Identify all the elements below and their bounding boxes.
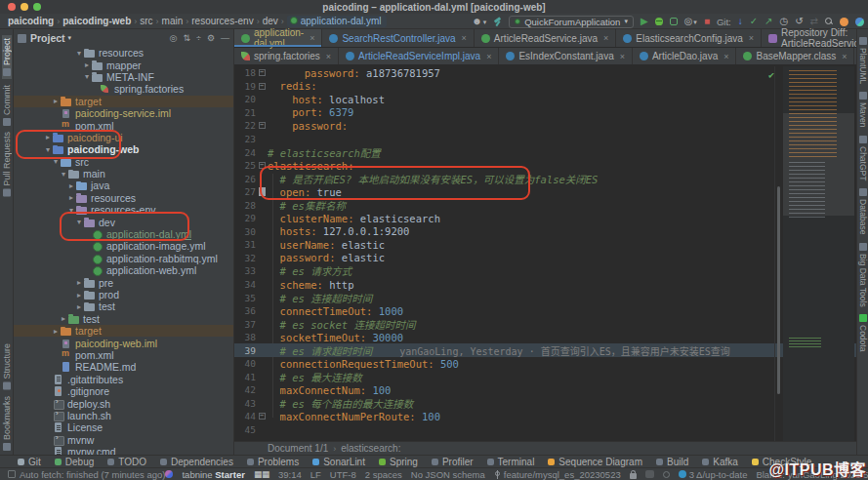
editor-line-38[interactable]: 38socketTimeOut: 30000 bbox=[234, 331, 856, 344]
search-everywhere-button[interactable] bbox=[825, 18, 833, 25]
tree-toggle-icon[interactable]: ▾ bbox=[82, 72, 92, 81]
breadcrumb-current-file[interactable]: application-dal.yml bbox=[287, 16, 387, 27]
tree-item-application-image-yml[interactable]: application-image.yml bbox=[14, 240, 233, 252]
tree-item-src[interactable]: ▾src bbox=[14, 156, 233, 168]
code-minimap[interactable] bbox=[783, 66, 854, 441]
lock-icon[interactable] bbox=[630, 473, 637, 479]
editor-line-45[interactable]: 45 bbox=[234, 423, 856, 437]
expand-all-icon[interactable]: ⇅ bbox=[183, 33, 190, 43]
tree-item--gitattributes[interactable]: .gitattributes bbox=[14, 374, 233, 385]
tree-item-prod[interactable]: ▸prod bbox=[14, 289, 233, 300]
rollback-button[interactable]: ↺ bbox=[795, 17, 803, 26]
run-button[interactable]: ▶ bbox=[641, 17, 648, 26]
tree-item-readme-md[interactable]: README.md bbox=[14, 361, 233, 373]
toolwindow-todo[interactable]: TODO bbox=[107, 457, 146, 467]
tree-item-target[interactable]: ▸target bbox=[14, 96, 233, 107]
hide-panel-icon[interactable]: — bbox=[221, 33, 229, 43]
tabnine-status-icon[interactable] bbox=[165, 470, 173, 478]
tool-button-chatgpt[interactable]: ChatGPT bbox=[858, 136, 868, 180]
toolwindow-spring[interactable]: Spring bbox=[379, 457, 418, 467]
git-push-button[interactable]: ↗ bbox=[765, 17, 772, 26]
tree-item-application-web-yml[interactable]: application-web.yml bbox=[14, 264, 233, 276]
tool-button-big-data-tools[interactable]: Big Data Tools bbox=[858, 243, 868, 307]
git-update-button[interactable]: ↓ bbox=[738, 17, 743, 26]
editor-line-43[interactable]: 43# es 每个路由的最大连接数 bbox=[234, 397, 856, 411]
editor-line-35[interactable]: 35# es 连接超时时间 bbox=[234, 291, 856, 304]
status-segment[interactable]: 39:14 bbox=[278, 469, 302, 480]
close-tab-icon[interactable]: × bbox=[310, 33, 314, 43]
toolwindow-profiler[interactable]: Profiler bbox=[432, 457, 474, 467]
editor-tab[interactable]: SearchRestController.java× bbox=[322, 29, 474, 47]
coverage-button[interactable] bbox=[670, 18, 678, 25]
editor-tab[interactable]: ArticleReadService.java× bbox=[475, 29, 616, 47]
editor-line-25[interactable]: 25−elasticsearch: bbox=[234, 159, 856, 173]
close-tab-icon[interactable]: × bbox=[462, 33, 467, 43]
collapse-all-icon[interactable]: ÷ bbox=[196, 33, 201, 43]
tree-item-license[interactable]: License bbox=[14, 421, 233, 433]
minimap-viewport[interactable] bbox=[783, 113, 854, 216]
toolwindow-build[interactable]: Build bbox=[656, 457, 688, 467]
user-account-button[interactable]: ☻▾ bbox=[472, 17, 486, 26]
tree-toggle-icon[interactable]: ▸ bbox=[66, 181, 76, 190]
tree-toggle-icon[interactable]: ▾ bbox=[74, 49, 84, 58]
tool-button-database[interactable]: Database bbox=[858, 188, 868, 234]
tree-item-dev[interactable]: ▾dev bbox=[14, 216, 233, 227]
tree-item-paicoding-service-iml[interactable]: paicoding-service.iml bbox=[14, 107, 233, 119]
tabnine-icon[interactable] bbox=[855, 18, 864, 26]
editor-line-27[interactable]: 27open: true bbox=[234, 185, 856, 199]
tree-item-main[interactable]: ▾main bbox=[14, 168, 233, 180]
breadcrumb-item[interactable]: paicoding bbox=[8, 16, 54, 26]
tree-item-pre[interactable]: ▸pre bbox=[14, 276, 233, 288]
tool-button-maven[interactable]: Maven bbox=[858, 92, 868, 128]
toolwindow-kafka[interactable]: Kafka bbox=[702, 457, 738, 467]
editor-line-21[interactable]: 21port: 6379 bbox=[234, 106, 856, 120]
run-configuration-select[interactable]: QuickForumApplication ▾ bbox=[509, 16, 634, 28]
locate-file-icon[interactable]: ◎ bbox=[170, 33, 178, 43]
inspections-ok-icon[interactable]: ✔ bbox=[768, 69, 774, 80]
tool-button-pull-requests[interactable]: Pull Requests bbox=[2, 132, 12, 197]
status-segment[interactable]: LF bbox=[310, 469, 321, 480]
tree-item-mvnw-cmd[interactable]: mvnw.cmd bbox=[14, 446, 233, 455]
fold-icon[interactable]: − bbox=[259, 413, 266, 420]
tree-item-paicoding-ui[interactable]: ▸paicoding-ui bbox=[14, 132, 233, 143]
tree-toggle-icon[interactable]: ▾ bbox=[51, 157, 61, 166]
editor-tab[interactable]: application-dal.yml× bbox=[234, 29, 322, 47]
git-branch-widget[interactable]: feature/mysql_es_20230523 bbox=[494, 469, 621, 480]
editor-line-19[interactable]: 19−redis: bbox=[234, 80, 856, 94]
editor-line-24[interactable]: 24# elasticsearch配置 bbox=[234, 145, 856, 159]
editor-line-42[interactable]: 42maxConnectNum: 100 bbox=[234, 383, 856, 397]
tool-button-structure[interactable]: Structure bbox=[2, 343, 12, 390]
editor-tab[interactable]: Repository Diff: ArticleReadServiceImpl.… bbox=[762, 29, 868, 47]
breadcrumb-item[interactable]: resources-env bbox=[191, 16, 253, 26]
tabnine-plan-badge[interactable]: Starter bbox=[215, 469, 245, 480]
stop-button[interactable]: ■ bbox=[704, 17, 710, 26]
tree-item-test[interactable]: ▸test bbox=[14, 300, 233, 312]
history-button[interactable]: ◷ bbox=[779, 17, 788, 26]
tree-item-test[interactable]: ▸test bbox=[14, 313, 233, 325]
breadcrumb-item[interactable]: src bbox=[140, 16, 152, 26]
tool-button-plantuml[interactable]: PlantUML bbox=[858, 37, 868, 84]
toolwindow-debug[interactable]: Debug bbox=[55, 457, 94, 467]
tree-toggle-icon[interactable]: ▸ bbox=[82, 60, 92, 69]
tool-button-codota[interactable]: Codota bbox=[858, 314, 868, 351]
build-hammer-icon[interactable] bbox=[493, 18, 502, 26]
indicator-icon[interactable] bbox=[663, 471, 670, 478]
editor-tab[interactable]: ElasticsearchConfig.java× bbox=[616, 29, 762, 47]
editor-line-29[interactable]: 29clusterName: elasticsearch bbox=[234, 212, 856, 225]
editor-tab[interactable]: spring.factories× bbox=[234, 48, 339, 64]
tool-button-commit[interactable]: Commit bbox=[2, 85, 12, 126]
editor-line-28[interactable]: 28# es集群名称 bbox=[234, 198, 856, 212]
git-commit-button[interactable]: ✓ bbox=[750, 17, 758, 26]
tree-item-paicoding-web-iml[interactable]: paicoding-web.iml bbox=[14, 337, 233, 348]
tree-toggle-icon[interactable]: ▸ bbox=[51, 97, 61, 105]
sync-status-widget[interactable]: 3 Δ/up-to-date bbox=[679, 469, 748, 480]
tree-item-spring-factories[interactable]: spring.factories bbox=[14, 83, 233, 95]
tree-item-mvnw[interactable]: mvnw bbox=[14, 434, 233, 446]
editor-line-26[interactable]: 26# 是否开启ES? 本地启动如果没有安装ES，可以设置为false关闭ES bbox=[234, 172, 856, 185]
notifications-icon[interactable] bbox=[645, 470, 654, 478]
breadcrumb-document[interactable]: Document 1/1 bbox=[268, 443, 328, 454]
shelve-button[interactable]: ⇄ bbox=[810, 17, 818, 26]
tree-toggle-icon[interactable]: ▸ bbox=[66, 193, 76, 202]
fold-icon[interactable]: − bbox=[259, 69, 266, 76]
tree-item--gitignore[interactable]: .gitignore bbox=[14, 385, 233, 397]
